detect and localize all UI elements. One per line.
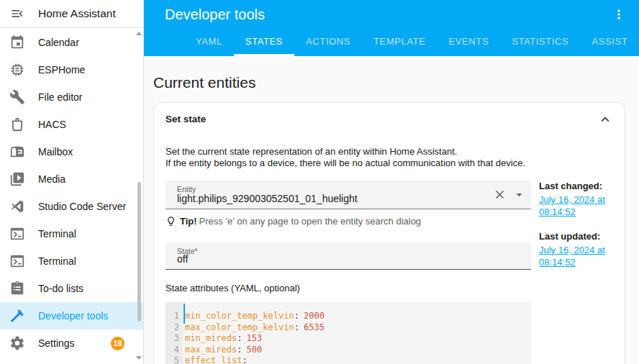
yaml-value: 153	[246, 333, 262, 343]
sidebar-item-terminal-2[interactable]: Terminal	[0, 247, 143, 275]
yaml-key: max_mireds	[185, 345, 237, 355]
mailbox-icon	[9, 144, 25, 160]
sidebar-item-label: To-do lists	[38, 283, 83, 294]
yaml-colon: :	[242, 355, 247, 364]
yaml-value: 6535	[304, 322, 325, 332]
card-description: Set the current state representation of …	[166, 146, 613, 168]
description-line-2: If the entity belongs to a device, there…	[166, 158, 613, 169]
sidebar-item-settings[interactable]: Settings 18	[0, 329, 143, 357]
sidebar-header: Home Assistant	[0, 0, 143, 28]
last-updated-link[interactable]: July 16, 2024 at 08:14:52	[539, 245, 613, 268]
editor-line: 5 effect_list:	[166, 355, 531, 364]
state-field[interactable]: State* off	[166, 242, 531, 270]
tip-row: Tip! Press 'e' on any page to open the e…	[166, 216, 531, 227]
entity-meta-column: Last changed: July 16, 2024 at 08:14:52 …	[539, 181, 613, 364]
clipboard-list-icon	[9, 281, 25, 296]
sidebar-item-label: HACS	[38, 119, 66, 130]
line-number: 1	[166, 311, 183, 322]
sidebar-item-hacs[interactable]: HACS	[0, 111, 143, 138]
tab-actions[interactable]: ACTIONS	[294, 29, 362, 56]
sidebar-item-label: Developer tools	[38, 310, 108, 322]
entity-field-value: light.philips_929003052501_01_huelight	[177, 193, 358, 204]
lightbulb-icon	[166, 216, 176, 227]
vscode-icon	[9, 199, 25, 214]
sidebar-item-studio-code-server[interactable]: Studio Code Server	[0, 193, 143, 220]
sidebar-item-label: Terminal	[38, 255, 76, 267]
tip-label: Tip!	[180, 216, 197, 227]
line-number: 2	[166, 322, 183, 334]
tab-statistics[interactable]: STATISTICS	[500, 29, 580, 56]
settings-notification-badge: 18	[111, 337, 124, 350]
sidebar-item-mailbox[interactable]: Mailbox	[0, 138, 143, 165]
sidebar-item-media[interactable]: Media	[0, 165, 143, 193]
page-content: Current entities Set state Set the curre…	[144, 56, 639, 364]
page-title: Current entities	[153, 74, 639, 91]
tab-bar: YAML STATES ACTIONS TEMPLATE EVENTS STAT…	[184, 29, 639, 56]
sidebar-scrollbar[interactable]	[136, 30, 142, 361]
line-number: 3	[166, 333, 183, 345]
entity-field[interactable]: Entity light.philips_929003052501_01_hue…	[166, 181, 531, 209]
sidebar-item-esphome[interactable]: ESPHome	[0, 56, 143, 83]
last-changed-block: Last changed: July 16, 2024 at 08:14:52	[539, 181, 613, 218]
main-area: Developer tools YAML STATES ACTIONS TEMP…	[144, 0, 639, 364]
hammer-icon	[9, 308, 25, 324]
app-title: Home Assistant	[38, 7, 116, 20]
sidebar-item-terminal-1[interactable]: Terminal	[0, 220, 143, 247]
tip-text: Press 'e' on any page to open the entity…	[199, 216, 422, 227]
sidebar-item-file-editor[interactable]: File editor	[0, 83, 143, 111]
set-state-card: Set state Set the current state represen…	[153, 102, 625, 364]
sidebar: Home Assistant Calendar ESPHome File edi…	[0, 0, 144, 364]
editor-line: 1 min_color_temp_kelvin:2000	[166, 311, 531, 322]
collapse-chevron-up-icon[interactable]	[597, 112, 613, 127]
tab-events[interactable]: EVENTS	[438, 29, 501, 56]
last-changed-link[interactable]: July 16, 2024 at 08:14:52	[539, 194, 613, 218]
last-changed-label: Last changed:	[539, 181, 613, 191]
sidebar-item-developer-tools[interactable]: Developer tools	[0, 302, 143, 329]
line-number: 4	[166, 345, 183, 356]
description-line-1: Set the current state representation of …	[166, 146, 613, 158]
yaml-key: min_mireds	[185, 333, 237, 343]
tab-template[interactable]: TEMPLATE	[362, 29, 437, 56]
tab-states[interactable]: STATES	[234, 29, 294, 56]
sidebar-item-label: Terminal	[38, 228, 76, 240]
clear-entity-icon[interactable]	[493, 188, 507, 201]
menu-open-icon[interactable]	[10, 6, 24, 21]
sidebar-item-todo-lists[interactable]: To-do lists	[0, 275, 143, 302]
sidebar-list: Calendar ESPHome File editor HACS Mailbo…	[0, 29, 143, 364]
yaml-key: effect_list	[185, 355, 242, 364]
sidebar-item-label: Settings	[38, 337, 75, 349]
sidebar-item-label: File editor	[38, 91, 82, 103]
yaml-key: max_color_temp_kelvin	[185, 322, 294, 332]
sidebar-item-calendar[interactable]: Calendar	[0, 29, 143, 56]
wrench-icon	[9, 89, 25, 105]
yaml-colon: :	[237, 333, 242, 343]
yaml-value: 2000	[304, 311, 325, 321]
yaml-editor[interactable]: 1 min_color_temp_kelvin:2000 2 max_color…	[166, 302, 531, 364]
scrollbar-up-arrow-icon[interactable]	[136, 32, 142, 35]
console-icon	[9, 253, 25, 269]
app-window: Home Assistant Calendar ESPHome File edi…	[0, 0, 639, 364]
tab-yaml[interactable]: YAML	[184, 29, 234, 56]
editor-line: 3 min_mireds:153	[166, 333, 531, 345]
overflow-menu-icon[interactable]	[612, 7, 626, 22]
yaml-colon: :	[294, 311, 299, 321]
scrollbar-down-arrow-icon[interactable]	[136, 356, 142, 360]
editor-line: 4 max_mireds:500	[166, 345, 531, 356]
line-number: 5	[166, 355, 183, 364]
sidebar-scrollbar-thumb[interactable]	[137, 182, 141, 322]
console-icon	[9, 226, 25, 242]
dropdown-caret-icon[interactable]	[512, 188, 526, 201]
sidebar-item-label: Calendar	[38, 37, 79, 48]
yaml-colon: :	[237, 345, 242, 355]
sidebar-item-label: Studio Code Server	[38, 201, 126, 212]
sidebar-item-label: Mailbox	[38, 146, 73, 158]
last-updated-block: Last updated: July 16, 2024 at 08:14:52	[539, 231, 613, 268]
page-header-title: Developer tools	[165, 6, 265, 23]
yaml-value: 500	[246, 345, 262, 355]
play-box-icon	[9, 171, 25, 187]
card-title: Set state	[166, 114, 206, 124]
state-attributes-label: State attributes (YAML, optional)	[166, 283, 531, 294]
chip-icon	[9, 62, 25, 78]
calendar-icon	[9, 35, 25, 50]
tab-assist[interactable]: ASSIST	[580, 29, 639, 56]
